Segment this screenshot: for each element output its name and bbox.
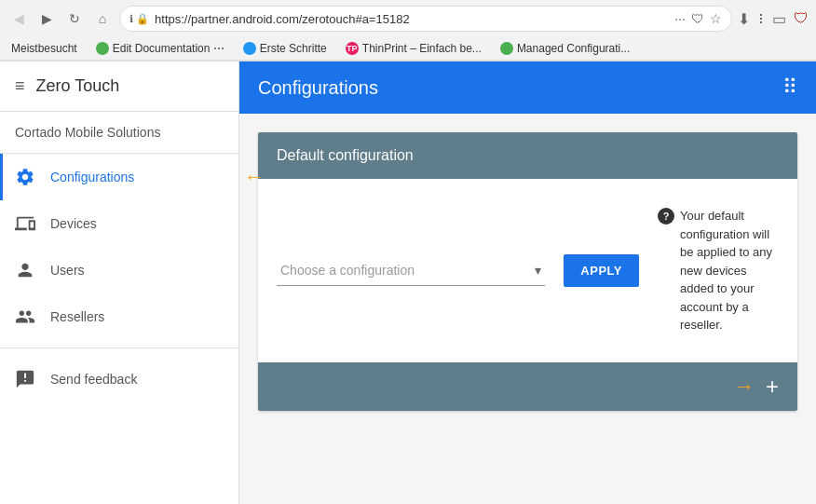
dropdown-placeholder: Choose a configuration xyxy=(280,263,415,278)
bookmark-label: Erste Schritte xyxy=(260,42,327,55)
erste-favicon xyxy=(243,42,256,55)
top-bar: Configurations ⠿ xyxy=(239,61,816,114)
url-text: https://partner.android.com/zerotouch#a=… xyxy=(155,12,669,26)
sidebar-org-name: Cortado Mobile Solutions xyxy=(0,112,238,154)
configurations-label: Configurations xyxy=(50,170,134,184)
users-icon xyxy=(15,260,35,280)
thinprint-favicon: TP xyxy=(346,42,359,55)
default-config-card: Default configuration Choose a configura… xyxy=(258,132,797,411)
managed-favicon xyxy=(500,42,513,55)
configurations-icon xyxy=(15,167,35,187)
card-title: Default configuration xyxy=(277,147,414,163)
forward-button[interactable]: ▶ xyxy=(35,7,58,30)
refresh-button[interactable]: ↻ xyxy=(63,7,86,30)
bookmark-thinprint[interactable]: TP ThinPrint – Einfach be... xyxy=(342,40,485,57)
more-icon[interactable]: ··· xyxy=(674,11,686,26)
bookmark-label: Meistbesucht xyxy=(11,42,77,55)
sidebar-item-devices[interactable]: Devices xyxy=(0,200,238,247)
bookmark-shield-icon[interactable]: 🛡 xyxy=(691,11,704,26)
add-plus-icon[interactable]: + xyxy=(766,374,779,400)
bookmarks-bar: Meistbesucht Edit Documentation ⋯ Erste … xyxy=(0,37,816,61)
star-icon[interactable]: ☆ xyxy=(710,11,722,26)
bookmark-label: ThinPrint – Einfach be... xyxy=(362,42,482,55)
add-arrow-icon: → xyxy=(734,375,755,399)
chevron-down-icon: ▾ xyxy=(535,263,541,278)
app-container: ≡ Zero Touch Cortado Mobile Solutions Co… xyxy=(0,61,816,504)
sidebar-item-resellers[interactable]: Resellers xyxy=(0,293,238,340)
library-icon[interactable]: ⫶ xyxy=(757,10,765,27)
bookmark-managed[interactable]: Managed Configurati... xyxy=(496,40,633,57)
resellers-icon xyxy=(15,306,35,327)
info-box: ? Your default configuration will be app… xyxy=(658,207,779,334)
main-content: Configurations ⠿ Default configuration C… xyxy=(239,61,816,504)
bookmark-meistbesucht[interactable]: Meistbesucht xyxy=(7,40,81,57)
card-footer: → + xyxy=(258,362,797,411)
bookmark-label: Managed Configurati... xyxy=(517,42,630,55)
sidebar: ≡ Zero Touch Cortado Mobile Solutions Co… xyxy=(0,61,239,504)
devices-icon xyxy=(15,213,35,234)
sidebar-item-configurations[interactable]: Configurations ← xyxy=(0,154,238,200)
address-actions: ··· 🛡 ☆ xyxy=(674,11,722,26)
edit-doc-favicon xyxy=(96,42,109,55)
guard-icon[interactable]: 🛡 xyxy=(794,10,809,27)
sidebar-divider xyxy=(0,347,238,348)
sidebar-header: ≡ Zero Touch xyxy=(0,61,238,112)
card-body: Choose a configuration ▾ APPLY ? Your de… xyxy=(258,179,797,362)
bookmark-label: Edit Documentation ⋯ xyxy=(113,42,224,55)
sidebar-item-send-feedback[interactable]: Send feedback xyxy=(0,356,238,402)
card-header: Default configuration xyxy=(258,132,797,179)
content-area: Default configuration Choose a configura… xyxy=(239,114,816,504)
sidebar-app-title: Zero Touch xyxy=(36,76,120,96)
home-button[interactable]: ⌂ xyxy=(91,7,114,30)
bookmark-erste[interactable]: Erste Schritte xyxy=(239,40,331,57)
grid-icon[interactable]: ⠿ xyxy=(782,75,797,100)
devices-label: Devices xyxy=(50,216,97,231)
back-button[interactable]: ◀ xyxy=(7,7,30,30)
address-bar[interactable]: ℹ 🔒 https://partner.android.com/zerotouc… xyxy=(119,6,732,32)
feedback-label: Send feedback xyxy=(50,372,137,387)
browser-actions: ⬇ ⫶ ▭ 🛡 xyxy=(738,10,809,28)
apply-button[interactable]: APPLY xyxy=(564,254,639,287)
arrow-pointer: ← xyxy=(244,165,265,189)
browser-chrome: ◀ ▶ ↻ ⌂ ℹ 🔒 https://partner.android.com/… xyxy=(0,0,816,61)
feedback-icon xyxy=(15,369,35,389)
users-label: Users xyxy=(50,263,85,278)
browser-toolbar: ◀ ▶ ↻ ⌂ ℹ 🔒 https://partner.android.com/… xyxy=(0,0,816,37)
hamburger-icon[interactable]: ≡ xyxy=(15,76,25,96)
lock-icon: ℹ 🔒 xyxy=(129,13,149,25)
download-icon[interactable]: ⬇ xyxy=(738,10,750,28)
bookmark-edit-doc[interactable]: Edit Documentation ⋯ xyxy=(92,40,228,57)
info-text: Your default configuration will be appli… xyxy=(680,207,779,334)
info-icon: ? xyxy=(658,208,674,225)
config-dropdown[interactable]: Choose a configuration ▾ xyxy=(277,255,545,286)
sidebar-nav: Configurations ← Devices Users xyxy=(0,154,238,504)
config-dropdown-container: Choose a configuration ▾ xyxy=(277,255,545,286)
resellers-label: Resellers xyxy=(50,309,104,324)
sidebar-item-users[interactable]: Users xyxy=(0,247,238,293)
page-title: Configurations xyxy=(258,77,378,99)
reader-icon[interactable]: ▭ xyxy=(772,10,786,28)
